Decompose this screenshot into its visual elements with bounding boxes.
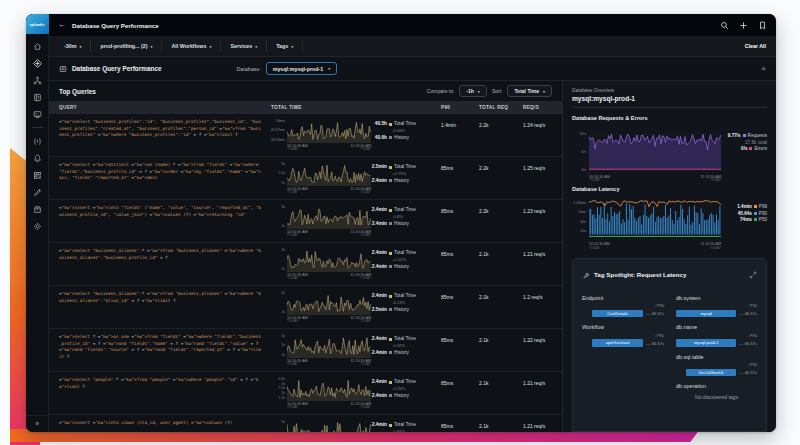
environment-filter[interactable]: prod-profiling... (2)▾ xyxy=(91,40,162,52)
page-title: Database Query Performance xyxy=(72,65,162,72)
add-icon[interactable] xyxy=(739,21,748,30)
p90-value: 85ms xyxy=(441,286,479,328)
services-filter[interactable]: Services▾ xyxy=(221,40,267,52)
y-axis-label: 3s xyxy=(281,163,285,166)
chevron-down-icon: ▾ xyxy=(328,66,330,71)
legend-entry: 0/sErrors xyxy=(728,146,767,151)
table-header: QUERY TOTAL TIME P90 TOTAL REQ REQ/S xyxy=(49,101,562,114)
search-icon[interactable] xyxy=(720,21,729,30)
tag-bar-value: — 46.57s xyxy=(739,370,757,375)
tag-column-1: Endpoint ↓ P90 CartDetails — 46.57s Work… xyxy=(582,288,664,401)
req-s-value: 1.25 req/s xyxy=(523,157,562,199)
sidebar-expand-button[interactable]: » xyxy=(26,415,48,427)
sparkline-chart xyxy=(287,377,371,401)
column-header-total-req: TOTAL REQ xyxy=(479,105,523,110)
query-sparkline: 3s 10:50:30 AMTODAY 11:20:30 AMTODAY xyxy=(271,415,371,432)
req-s-value: 1.2 req/s xyxy=(523,286,562,328)
back-button[interactable]: ← xyxy=(58,21,66,29)
top-queries-title: Top Queries xyxy=(59,88,96,95)
tags-filter[interactable]: Tags▾ xyxy=(267,40,303,52)
y-axis-label: 5/s xyxy=(581,150,586,154)
x-axis-day: TODAY xyxy=(589,247,610,251)
query-row[interactable]: ="kw">select ? ="kw">as one ="kw">from "… xyxy=(49,329,562,372)
y-axis-label: 10/s xyxy=(579,132,586,136)
query-sql-text: ="kw">select "business_aliases".* ="kw">… xyxy=(49,286,271,328)
query-row[interactable]: ="kw">select "business_aliases".* ="kw">… xyxy=(49,286,562,329)
sparkline-chart xyxy=(287,205,371,229)
tag-bar-value: — 46.57s xyxy=(739,311,757,316)
tag-group-metric: ↓ P90 xyxy=(582,303,664,308)
latency-legend: 1.4minP9945.64sP9074msP50 xyxy=(733,195,767,222)
query-row[interactable]: ="kw">select "business_profiles"."id", "… xyxy=(49,114,562,157)
chevron-down-icon: ▾ xyxy=(291,44,293,49)
no-tags-message: No discovered tags xyxy=(676,394,757,400)
top-queries-toolbar: Top Queries Compare to: -1h▾ Sort: Total… xyxy=(49,81,562,101)
y-axis-label: 20s xyxy=(580,229,586,233)
legend-entry: 17.5ktotal xyxy=(728,140,767,145)
delta-percent: -0.91% xyxy=(392,428,441,432)
sidebar-nav xyxy=(26,41,48,231)
tag-bar-value: — 46.57s xyxy=(739,341,757,346)
query-sparkline: 3s2s1s 10:50:30 AMTODAY 11:20:30 AMTODAY xyxy=(271,329,371,371)
delta-percent: -0.25% xyxy=(392,385,441,392)
query-row[interactable]: ="kw">select "business_aliases".* ="kw">… xyxy=(49,243,562,286)
bookmark-icon[interactable] xyxy=(758,21,767,30)
sort-select[interactable]: Total Time▾ xyxy=(507,85,552,97)
alerts-bell-icon[interactable] xyxy=(31,153,44,163)
p90-value: 85ms xyxy=(441,243,479,285)
y-axis-label: 50min xyxy=(276,120,285,123)
query-row[interactable]: ="kw">insert ="kw">into views (cta_id, u… xyxy=(49,415,562,432)
y-axis-label: 1min xyxy=(578,210,586,214)
legend-entry: 1.4minP99 xyxy=(737,204,767,209)
tag-group-metric: ↓ P90 xyxy=(676,333,757,338)
dashboards-icon[interactable] xyxy=(31,92,44,102)
tag-group-metric: ↓ P90 xyxy=(676,303,757,308)
p90-value: 85ms xyxy=(441,157,479,199)
tag-bar[interactable]: GuCz06wrkS xyxy=(686,369,736,377)
workflows-filter[interactable]: All Workflows▾ xyxy=(162,40,221,52)
database-overview-panel: Database Overview mysql:mysql-prod-1 Dat… xyxy=(563,81,776,432)
integrations-pencil-icon[interactable] xyxy=(31,187,44,197)
p90-value: 85ms xyxy=(441,372,479,414)
tag-bar[interactable]: apt/checkout xyxy=(592,339,643,347)
app-window: splunk> xyxy=(26,14,776,432)
tag-bar-value: — 46.57s xyxy=(646,341,664,346)
req-s-value: 1.21 req/s xyxy=(523,415,562,432)
sparkline-chart xyxy=(287,248,371,272)
expand-icon[interactable] xyxy=(749,271,757,279)
req-s-value: 1.23 req/s xyxy=(523,200,562,242)
query-stats: 2.4minTotal Time +1.02% 2.4minHistory xyxy=(371,243,441,285)
log-observer-icon[interactable] xyxy=(31,109,44,119)
y-axis-label: 1.33min xyxy=(573,201,586,205)
tag-group: db.operation No discovered tags xyxy=(676,383,757,400)
total-req-value: 2.2k xyxy=(479,114,523,156)
y-axis-label: 3s xyxy=(281,249,285,252)
query-row[interactable]: ="kw">select ="kw">distinct ="kw">on (na… xyxy=(49,157,562,200)
tag-bar[interactable]: CartDetails xyxy=(592,310,643,318)
tag-bar[interactable]: mysql-prod-1 xyxy=(676,339,736,347)
query-row[interactable]: ="kw">select "people".* ="kw">from "peop… xyxy=(49,372,562,415)
query-rows: ="kw">select "business_profiles"."id", "… xyxy=(49,114,562,432)
synthetics-icon[interactable] xyxy=(31,136,44,146)
close-icon[interactable]: × xyxy=(761,65,766,73)
query-row[interactable]: ="kw">insert ="kw">into "fields" ("name"… xyxy=(49,200,562,243)
tag-group-name: db.sql.table xyxy=(676,354,757,360)
delta-percent: -0.13% xyxy=(392,299,441,306)
settings-gear-icon[interactable] xyxy=(31,221,44,231)
infrastructure-icon[interactable] xyxy=(31,75,44,85)
apm-icon[interactable] xyxy=(31,58,44,68)
tag-bar[interactable]: mysql xyxy=(676,310,736,318)
time-range-filter[interactable]: -30m▾ xyxy=(55,40,91,52)
splunk-logo[interactable]: splunk> xyxy=(26,14,49,34)
content-area: Top Queries Compare to: -1h▾ Sort: Total… xyxy=(49,81,776,432)
data-management-icon[interactable] xyxy=(31,204,44,214)
clear-all-button[interactable]: Clear All xyxy=(745,43,770,49)
metrics-grid-icon[interactable] xyxy=(31,170,44,180)
chevron-down-icon: ▾ xyxy=(255,44,257,49)
database-select[interactable]: mysql:mysql-prod-1▾ xyxy=(266,62,338,75)
tag-group-metric: ↓ P90 xyxy=(676,362,757,367)
compare-to-select[interactable]: -1h▾ xyxy=(459,85,487,97)
home-icon[interactable] xyxy=(31,41,44,51)
sidebar: splunk> xyxy=(26,14,49,432)
filter-bar: -30m▾ prod-profiling... (2)▾ All Workflo… xyxy=(49,36,776,57)
